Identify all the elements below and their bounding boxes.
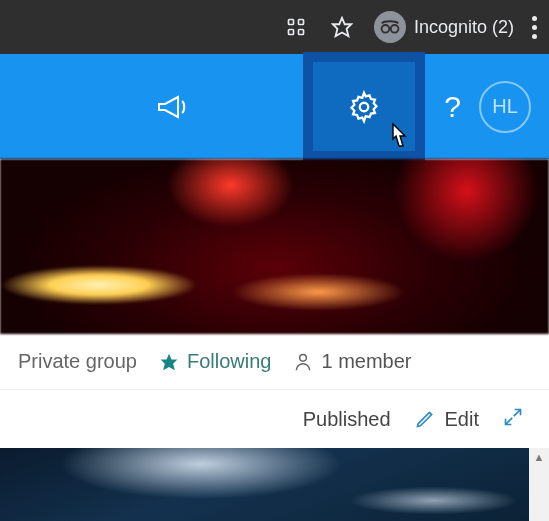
incognito-indicator[interactable]: Incognito (2): [374, 11, 514, 43]
browser-menu-icon[interactable]: [532, 16, 537, 39]
expand-icon: [503, 407, 523, 427]
follow-label: Following: [187, 350, 271, 373]
vertical-scrollbar[interactable]: ▲: [529, 448, 549, 521]
svg-point-5: [382, 25, 390, 33]
incognito-icon: [374, 11, 406, 43]
expand-button[interactable]: [503, 407, 523, 432]
page-action-row: Published Edit: [0, 390, 549, 448]
bookmark-star-icon[interactable]: [328, 13, 356, 41]
pencil-icon: [415, 409, 435, 429]
follow-toggle[interactable]: Following: [159, 350, 271, 373]
star-filled-icon: [159, 352, 179, 372]
members-link[interactable]: 1 member: [293, 350, 411, 373]
suite-header: ? HL: [0, 54, 549, 159]
svg-point-9: [300, 354, 307, 361]
svg-marker-4: [333, 18, 351, 36]
group-privacy-label: Private group: [18, 350, 137, 373]
edit-label: Edit: [445, 408, 479, 431]
site-hero-image: [0, 159, 549, 334]
content-area: ▲: [0, 448, 549, 521]
avatar[interactable]: HL: [479, 81, 531, 133]
person-icon: [293, 351, 313, 373]
help-button[interactable]: ?: [444, 90, 461, 124]
megaphone-icon[interactable]: [146, 80, 200, 134]
svg-point-7: [360, 102, 369, 111]
incognito-label: Incognito (2): [414, 17, 514, 38]
page-status-label: Published: [303, 408, 391, 431]
svg-rect-2: [288, 30, 293, 35]
browser-chrome: Incognito (2): [0, 0, 549, 54]
site-info-row: Private group Following 1 member: [0, 334, 549, 390]
svg-rect-3: [298, 30, 303, 35]
cursor-pointer-icon: [383, 122, 411, 154]
qr-icon[interactable]: [282, 13, 310, 41]
members-label: 1 member: [321, 350, 411, 373]
svg-rect-0: [288, 20, 293, 25]
content-hero-image: [0, 448, 529, 521]
gear-icon: [347, 90, 381, 124]
scroll-up-icon[interactable]: ▲: [529, 448, 549, 465]
edit-button[interactable]: Edit: [415, 408, 479, 431]
settings-button-highlighted[interactable]: [303, 52, 425, 161]
avatar-initials: HL: [492, 95, 518, 118]
svg-marker-8: [161, 353, 178, 370]
svg-rect-1: [298, 20, 303, 25]
svg-point-6: [391, 25, 399, 33]
